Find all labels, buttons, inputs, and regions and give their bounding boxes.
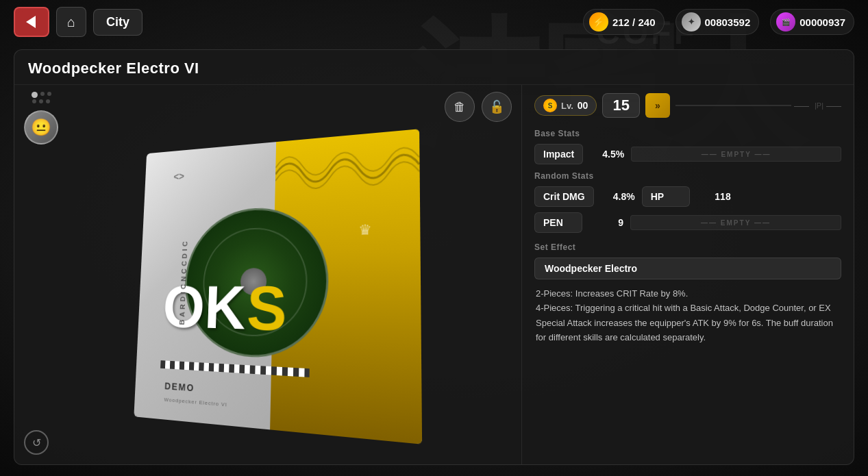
item-icons: 😐 xyxy=(24,92,58,145)
pen-row: PEN 9 —— EMPTY —— xyxy=(534,212,841,233)
set-description: 2-Pieces: Increases CRIT Rate by 8%.4-Pi… xyxy=(534,286,841,345)
lv-pip-label: |P| xyxy=(815,101,823,110)
right-panel: S Lv. 00 15 » —— |P| —— Base Stats Impac… xyxy=(521,85,854,464)
avatar-face: 😐 xyxy=(31,118,51,137)
cd-image: <> ♛ OK S BARDICNCCDIC DEMO Woodpecker E… xyxy=(134,129,422,444)
cd-arrows: <> xyxy=(173,171,184,182)
level-badge: S Lv. 00 xyxy=(534,95,597,116)
delete-button[interactable]: 🗑 xyxy=(445,92,475,122)
back-icon xyxy=(26,16,36,28)
currency-group: ⚡ 212 / 240 ✦ 00803592 🎬 00000937 xyxy=(583,9,854,35)
lv-value: 00 xyxy=(578,100,588,111)
currency1-item: ✦ 00803592 xyxy=(675,9,760,35)
impact-value: 4.5% xyxy=(590,149,624,160)
topbar: ⌂ City ⚡ 212 / 240 ✦ 00803592 🎬 00000937 xyxy=(0,0,868,44)
dot xyxy=(32,92,38,98)
currency2-value: 00000937 xyxy=(799,16,845,28)
action-buttons: 🗑 🔓 xyxy=(445,92,512,122)
impact-bar: —— EMPTY —— xyxy=(631,147,841,162)
impact-row: Impact 4.5% —— EMPTY —— xyxy=(534,144,841,164)
crit-dmg-row: Crit DMG 4.8% HP 118 xyxy=(534,186,841,207)
pen-empty: —— EMPTY —— xyxy=(701,219,771,227)
cd-container: <> ♛ OK S BARDICNCCDIC DEMO Woodpecker E… xyxy=(124,138,412,425)
dot xyxy=(39,99,43,103)
impact-name: Impact xyxy=(534,144,583,164)
cd-letter-o: OK xyxy=(162,277,247,338)
dot-group xyxy=(24,92,58,103)
dot xyxy=(46,99,50,103)
lock-button[interactable]: 🔓 xyxy=(482,92,512,122)
level-row: S Lv. 00 15 » —— |P| —— xyxy=(534,93,841,118)
crit-dmg-value: 4.8% xyxy=(601,191,635,202)
lv-end-label: —— xyxy=(794,101,809,110)
main-card: Woodpecker Electro VI xyxy=(14,49,854,465)
avatar: 😐 xyxy=(24,110,58,145)
dot xyxy=(32,99,36,103)
home-icon: ⌂ xyxy=(67,14,75,30)
cd-case: <> ♛ OK S BARDICNCCDIC DEMO Woodpecker E… xyxy=(134,129,422,444)
lv-separator xyxy=(675,105,791,106)
impact-empty: —— EMPTY —— xyxy=(702,151,771,158)
base-stats-label: Base Stats xyxy=(534,129,841,138)
crit-dmg-name: Crit DMG xyxy=(534,186,594,207)
film-icon: 🎬 xyxy=(776,12,795,32)
hp-value: 118 xyxy=(697,191,731,202)
star-icon: ✦ xyxy=(682,12,701,32)
random-stats-label: Random Stats xyxy=(534,171,841,181)
dot-row-2 xyxy=(32,99,50,103)
stamina-item: ⚡ 212 / 240 xyxy=(583,9,665,35)
level-up-button[interactable]: » xyxy=(645,93,670,118)
left-panel: 😐 🗑 🔓 xyxy=(14,85,521,464)
pen-name: PEN xyxy=(534,212,582,233)
set-description-text: 2-Pieces: Increases CRIT Rate by 8%.4-Pi… xyxy=(536,288,833,342)
dot xyxy=(47,92,51,96)
lv-icon: S xyxy=(543,99,557,112)
dot xyxy=(40,92,45,96)
location-text: City xyxy=(106,15,129,29)
cd-demo-text: DEMO xyxy=(164,381,195,394)
currency1-value: 00803592 xyxy=(705,16,751,28)
battery-icon: ⚡ xyxy=(589,12,608,32)
reset-button[interactable]: ↺ xyxy=(24,430,49,455)
lv-label: Lv. xyxy=(561,101,573,111)
set-effect-label: Set Effect xyxy=(534,242,841,252)
location-pill: City xyxy=(93,9,142,36)
dot-row-1 xyxy=(32,92,51,98)
home-button[interactable]: ⌂ xyxy=(56,7,86,37)
level-max: 15 xyxy=(602,93,639,118)
lv-end-label2: —— xyxy=(826,101,841,110)
stamina-value: 212 / 240 xyxy=(612,16,656,28)
card-title: Woodpecker Electro VI xyxy=(14,50,854,85)
hp-name: HP xyxy=(642,186,690,207)
currency2-item: 🎬 00000937 xyxy=(770,9,854,35)
level-bar: —— |P| —— xyxy=(675,101,841,110)
pen-value: 9 xyxy=(589,217,623,228)
card-body: 😐 🗑 🔓 xyxy=(14,85,854,464)
pen-bar: —— EMPTY —— xyxy=(630,215,841,230)
cd-big-text: OK S xyxy=(162,277,404,345)
cd-letter-s: S xyxy=(246,277,287,340)
set-name: Woodpecker Electro xyxy=(534,258,841,279)
back-button[interactable] xyxy=(14,7,49,37)
cd-crown: ♛ xyxy=(358,221,372,239)
